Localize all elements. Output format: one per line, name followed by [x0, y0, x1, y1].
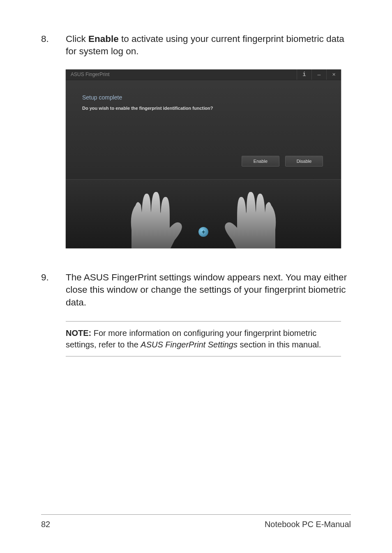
close-button[interactable]: × [326, 69, 341, 80]
left-hand-icon [113, 189, 189, 248]
hands-panel: + [66, 179, 341, 248]
step-9-text: The ASUS FingerPrint settings window app… [66, 271, 351, 309]
note-label: NOTE: [66, 329, 91, 338]
step-8-text: Click Enable to activate using your curr… [66, 33, 351, 58]
note-italic: ASUS FingerPrint Settings [141, 340, 238, 349]
note-block: NOTE: For more information on configurin… [66, 321, 341, 356]
enable-button[interactable]: Enable [242, 156, 279, 167]
dialog-subheading: Do you wish to enable the fingerprint id… [82, 106, 213, 111]
info-button[interactable]: i [297, 69, 311, 80]
step-8-number: 8. [41, 33, 66, 45]
add-fingerprint-button[interactable]: + [198, 227, 208, 237]
window-title: ASUS FingerPrint [71, 72, 110, 77]
titlebar-buttons: i – × [297, 69, 341, 80]
button-row: Enable Disable [242, 156, 323, 167]
step-9: 9. The ASUS FingerPrint settings window … [41, 271, 351, 309]
step-8: 8. Click Enable to activate using your c… [41, 33, 351, 58]
minimize-button[interactable]: – [311, 69, 326, 80]
step-8-prefix: Click [66, 34, 88, 44]
right-hand-icon [218, 189, 294, 248]
note-suffix: section in this manual. [238, 340, 321, 349]
dialog-screenshot: ASUS FingerPrint i – × Setup complete Do… [66, 69, 341, 248]
dialog-heading: Setup complete [82, 94, 122, 101]
footer-title: Notebook PC E-Manual [265, 520, 351, 529]
step-8-bold: Enable [88, 34, 119, 44]
page-footer: 82 Notebook PC E-Manual [41, 514, 351, 529]
disable-button[interactable]: Disable [285, 156, 323, 167]
page-number: 82 [41, 520, 50, 529]
step-9-number: 9. [41, 271, 66, 284]
titlebar: ASUS FingerPrint i – × [66, 69, 341, 80]
